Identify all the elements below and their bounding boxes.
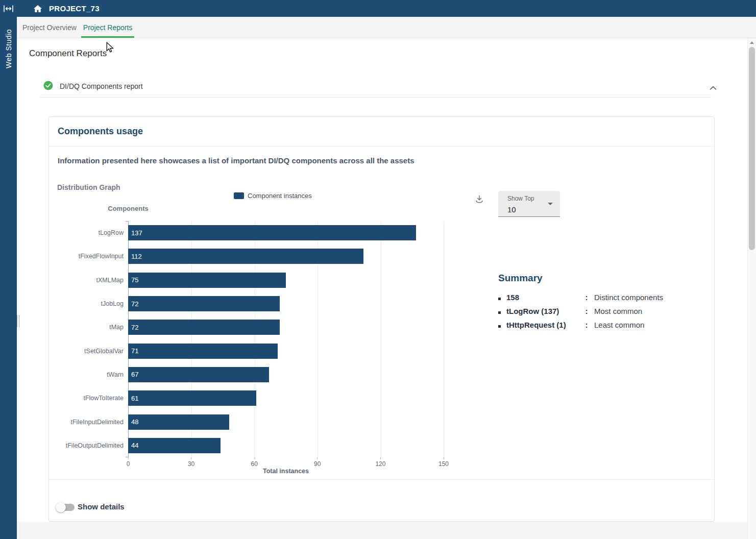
page-background (17, 522, 747, 539)
tab-project-reports[interactable]: Project Reports (81, 17, 134, 38)
bar-track: 44 (128, 438, 444, 453)
chart-row: tFileOutputDelimited44 (49, 434, 452, 457)
show-top-label: Show Top (507, 195, 534, 202)
bar[interactable]: 137 (128, 225, 416, 240)
summary-separator: : (582, 321, 591, 329)
bar[interactable]: 112 (128, 249, 363, 264)
success-check-icon (43, 81, 53, 92)
bar-category-label: tWarn (49, 371, 128, 378)
summary-value: tHttpRequest (1) (506, 321, 582, 329)
summary-value: tLogRow (137) (506, 307, 582, 315)
show-details-label: Show details (78, 502, 125, 511)
chart-row: tFixedFlowInput112 (49, 244, 452, 268)
chart-row: tWarn67 (49, 363, 452, 386)
bar-track: 72 (128, 320, 444, 335)
bar[interactable]: 67 (128, 367, 269, 382)
bar-category-label: tLogRow (49, 229, 128, 236)
summary-separator: : (582, 293, 591, 302)
bar-category-label: tFileInputDelimited (49, 419, 128, 426)
bar-category-label: tMap (49, 324, 128, 331)
x-tick-label: 0 (127, 460, 130, 468)
bar-track: 61 (128, 390, 444, 406)
bullet-icon (498, 298, 501, 300)
legend-swatch (234, 192, 244, 199)
chart-row: tJobLog72 (49, 292, 452, 315)
bar-category-label: tFlowToIterate (49, 395, 128, 402)
bar[interactable]: 72 (128, 296, 280, 311)
card-footer: Show details (49, 479, 714, 521)
sidebar-resize-handle[interactable] (17, 315, 19, 327)
summary-label: Least common (591, 321, 713, 329)
bar-value-label: 137 (128, 229, 142, 237)
download-icon[interactable] (475, 194, 484, 206)
home-icon (33, 5, 42, 13)
y-axis-title: Components (49, 205, 207, 212)
chart-row: tMap72 (49, 315, 452, 339)
bar[interactable]: 44 (128, 438, 221, 453)
toggle-knob (56, 502, 66, 512)
chart-row: tFileInputDelimited48 (49, 410, 452, 433)
summary-title: Summary (498, 273, 713, 284)
tab-project-overview[interactable]: Project Overview (22, 17, 77, 38)
bar-value-label: 72 (128, 300, 138, 308)
chart-rows: tLogRow137tFixedFlowInput112tXMLMap75tJo… (49, 221, 452, 457)
graph-title: Distribution Graph (57, 183, 120, 191)
chevron-up-icon[interactable] (710, 83, 717, 92)
summary-section: Summary 158 : Distinct components tLogRo… (498, 273, 713, 329)
scroll-up-button[interactable] (748, 38, 756, 47)
x-tick-label: 90 (314, 460, 321, 468)
chart-row: tLogRow137 (49, 221, 452, 244)
bar[interactable]: 71 (128, 344, 278, 359)
show-top-select[interactable]: Show Top 10 (498, 191, 560, 217)
show-details-toggle[interactable] (57, 504, 75, 511)
card-header-divider (49, 146, 714, 146)
summary-items: 158 : Distinct components tLogRow (137) … (498, 293, 713, 329)
vertical-scrollbar[interactable] (747, 38, 756, 539)
components-usage-card: Components usage Information presented h… (48, 116, 715, 522)
bar[interactable]: 75 (128, 273, 286, 288)
card-title: Components usage (58, 126, 143, 137)
chart-row: tXMLMap75 (49, 268, 452, 292)
bar-track: 137 (128, 225, 444, 240)
summary-separator: : (582, 307, 591, 315)
x-tick-label: 120 (375, 460, 385, 468)
x-axis-title: Total instances (128, 468, 444, 475)
report-title: DI/DQ Components report (60, 82, 143, 90)
panel-divider (40, 97, 711, 97)
bar[interactable]: 72 (128, 320, 280, 335)
bar-chart: tLogRow137tFixedFlowInput112tXMLMap75tJo… (49, 221, 452, 475)
left-sidebar: Web Studio (0, 0, 17, 539)
bullet-icon (498, 325, 501, 328)
bar-value-label: 67 (128, 371, 138, 378)
summary-value: 158 (506, 293, 582, 302)
scroll-up-arrow-icon (750, 41, 754, 44)
report-panel: DI/DQ Components report Components usage… (40, 77, 724, 522)
home-button[interactable] (33, 5, 42, 13)
scrollbar-thumb[interactable] (749, 47, 755, 250)
bar[interactable]: 61 (128, 390, 256, 406)
chart-xticks: 0306090120150 (128, 457, 444, 467)
chart-legend[interactable]: Component instances (234, 192, 312, 200)
bar-category-label: tFileOutputDelimited (49, 442, 128, 449)
x-tick-label: 60 (251, 460, 258, 468)
bar-category-label: tXMLMap (49, 277, 128, 284)
bar-value-label: 61 (128, 395, 138, 402)
summary-label: Most common (591, 307, 713, 315)
chart-row: tSetGlobalVar71 (49, 339, 452, 362)
bullet-icon (498, 311, 501, 314)
bar-category-label: tJobLog (49, 300, 128, 307)
app-name: Web Studio (0, 20, 17, 77)
x-tick-label: 30 (188, 460, 194, 468)
x-tick-label: 150 (438, 460, 449, 468)
expand-panel-button[interactable] (0, 0, 17, 17)
bar-category-label: tSetGlobalVar (49, 348, 128, 355)
main-content: Component Reports DI/DQ Components repor… (17, 38, 747, 539)
bar-track: 75 (128, 273, 444, 288)
bar-value-label: 112 (128, 253, 142, 260)
top-header: PROJECT_73 (17, 0, 756, 17)
expand-horizontal-icon (3, 5, 14, 12)
show-top-value: 10 (507, 205, 516, 214)
bar-track: 112 (128, 249, 444, 264)
bar[interactable]: 48 (128, 414, 229, 430)
report-accordion-header[interactable]: DI/DQ Components report (40, 77, 724, 97)
